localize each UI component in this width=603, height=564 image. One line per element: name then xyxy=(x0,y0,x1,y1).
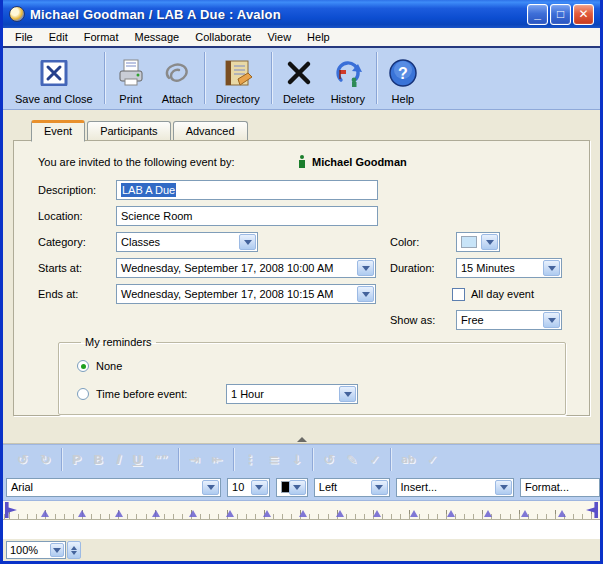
menu-message[interactable]: Message xyxy=(127,29,188,45)
insert-select[interactable]: Insert... xyxy=(396,478,515,497)
close-button[interactable]: ✕ xyxy=(573,4,594,25)
print-button[interactable]: Print xyxy=(108,54,154,106)
show-as-select[interactable]: Free xyxy=(456,310,562,330)
tab-stop-marker[interactable] xyxy=(299,510,307,517)
ruler[interactable] xyxy=(3,500,600,520)
reminder-none-label: None xyxy=(96,360,122,372)
spinner-down-icon[interactable] xyxy=(71,551,77,555)
menu-file[interactable]: File xyxy=(7,29,41,45)
approve-icon[interactable]: ✓ xyxy=(363,452,386,467)
tab-stop-marker[interactable] xyxy=(410,510,418,517)
tab-stop-marker[interactable] xyxy=(152,510,160,517)
undo-icon[interactable]: ↺ xyxy=(11,452,34,467)
tab-stop-marker[interactable] xyxy=(263,510,271,517)
tab-stop-marker[interactable] xyxy=(447,510,455,517)
toolbar-separator xyxy=(271,52,272,104)
menu-view[interactable]: View xyxy=(259,29,299,45)
outdent-icon[interactable]: ⇤ xyxy=(206,452,229,467)
chevron-down-icon[interactable] xyxy=(202,480,219,495)
tab-stop-marker[interactable] xyxy=(558,510,566,517)
title-bar[interactable]: Michael Goodman / LAB A Due : Avalon _ □… xyxy=(3,0,600,28)
redo-icon[interactable]: ↻ xyxy=(34,452,57,467)
attach-button[interactable]: Attach xyxy=(154,54,201,106)
insert-below-icon[interactable]: ↓ xyxy=(286,452,309,467)
menu-format[interactable]: Format xyxy=(76,29,127,45)
spinner-up-icon[interactable] xyxy=(71,546,77,550)
chevron-down-icon[interactable] xyxy=(543,312,560,328)
font-color-select[interactable] xyxy=(276,478,308,497)
location-input[interactable]: Science Room xyxy=(116,206,378,226)
duration-select[interactable]: 15 Minutes xyxy=(456,258,562,278)
chevron-down-icon[interactable] xyxy=(339,386,356,402)
menu-edit[interactable]: Edit xyxy=(41,29,76,45)
tab-stop-marker[interactable] xyxy=(521,510,529,517)
plain-style-icon[interactable]: P xyxy=(66,452,88,467)
tab-stop-marker[interactable] xyxy=(189,510,197,517)
quote-icon[interactable]: “” xyxy=(149,454,174,465)
tab-stop-icon[interactable]: ⋮ xyxy=(238,452,263,467)
chevron-down-icon[interactable] xyxy=(289,480,306,495)
tab-stop-marker[interactable] xyxy=(226,510,234,517)
alignment-select[interactable]: Left xyxy=(314,478,390,497)
italic-icon[interactable]: I xyxy=(109,452,126,467)
tab-stop-marker[interactable] xyxy=(78,510,86,517)
chevron-down-icon[interactable] xyxy=(543,260,560,276)
toolbar-separator xyxy=(376,52,377,104)
reminder-time-select[interactable]: 1 Hour xyxy=(226,384,358,404)
reminder-time-radio[interactable] xyxy=(77,388,89,400)
chevron-down-icon[interactable] xyxy=(495,480,512,495)
color-select[interactable] xyxy=(456,232,500,252)
chevron-down-icon[interactable] xyxy=(357,286,374,302)
maximize-button[interactable]: □ xyxy=(550,4,571,25)
delete-button[interactable]: Delete xyxy=(275,54,323,106)
indent-icon[interactable]: ⇥ xyxy=(183,452,206,467)
pen-icon[interactable]: ✎ xyxy=(340,452,363,467)
category-select[interactable]: Classes xyxy=(116,232,258,252)
starts-at-select[interactable]: Wednesday, September 17, 2008 10:00 AM xyxy=(116,258,376,278)
menu-collaborate[interactable]: Collaborate xyxy=(187,29,259,45)
zoom-select[interactable]: 100% xyxy=(6,541,66,559)
revert-icon[interactable]: ↺ xyxy=(317,452,340,467)
tab-stop-marker[interactable] xyxy=(484,510,492,517)
tab-stop-marker[interactable] xyxy=(336,510,344,517)
color-label: Color: xyxy=(390,236,456,248)
save-and-close-button[interactable]: Save and Close xyxy=(7,54,101,106)
spellcheck-icon[interactable]: ✓ xyxy=(421,452,444,467)
help-button[interactable]: ? Help xyxy=(380,54,426,106)
chevron-down-icon[interactable] xyxy=(50,543,64,557)
tab-advanced[interactable]: Advanced xyxy=(173,121,248,141)
format-select[interactable]: Format... xyxy=(520,478,600,497)
tab-participants[interactable]: Participants xyxy=(87,121,170,141)
collapse-arrow-icon[interactable] xyxy=(297,437,307,442)
tab-stop-marker[interactable] xyxy=(115,510,123,517)
chevron-down-icon[interactable] xyxy=(481,234,498,250)
menu-help[interactable]: Help xyxy=(299,29,338,45)
all-day-checkbox[interactable] xyxy=(452,288,465,301)
highlight-icon[interactable]: ab xyxy=(395,454,421,465)
bold-icon[interactable]: B xyxy=(87,452,109,467)
underline-icon[interactable]: U xyxy=(126,452,149,467)
left-indent-marker[interactable] xyxy=(5,502,17,518)
reminder-none-radio[interactable] xyxy=(77,360,89,372)
right-indent-marker[interactable] xyxy=(586,502,598,518)
chevron-down-icon[interactable] xyxy=(239,234,256,250)
baseline-icon[interactable]: ≡ xyxy=(263,452,286,467)
pane-divider[interactable] xyxy=(3,428,600,444)
chevron-down-icon[interactable] xyxy=(371,480,388,495)
font-size-select[interactable]: 10 xyxy=(227,478,270,497)
toolbar-separator xyxy=(104,52,105,104)
chevron-down-icon[interactable] xyxy=(251,480,268,495)
tab-stop-marker[interactable] xyxy=(373,510,381,517)
directory-button[interactable]: Directory xyxy=(208,54,268,106)
description-input[interactable]: LAB A Due xyxy=(116,180,378,200)
zoom-spinner[interactable] xyxy=(67,541,81,559)
history-button[interactable]: History xyxy=(323,54,373,106)
history-icon xyxy=(332,55,364,91)
font-family-select[interactable]: Arial xyxy=(6,478,221,497)
tab-event[interactable]: Event xyxy=(31,120,85,142)
minimize-button[interactable]: _ xyxy=(527,4,548,25)
message-body[interactable] xyxy=(3,520,600,538)
ends-at-select[interactable]: Wednesday, September 17, 2008 10:15 AM xyxy=(116,284,376,304)
chevron-down-icon[interactable] xyxy=(357,260,374,276)
tab-stop-marker[interactable] xyxy=(41,510,49,517)
